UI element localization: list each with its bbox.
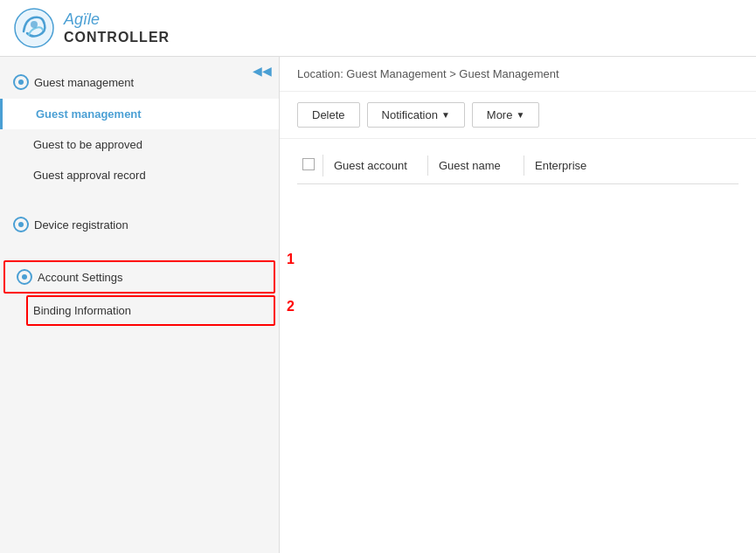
notification-arrow-icon: ▼	[441, 110, 450, 120]
notification-button[interactable]: Notification ▼	[367, 102, 465, 128]
delete-button[interactable]: Delete	[297, 102, 360, 128]
logo-agile-text: Agïle	[64, 10, 170, 30]
annotation-1: 1	[287, 252, 295, 267]
annotation-2: 2	[287, 299, 295, 315]
sidebar-item-guest-to-be-approved[interactable]: Guest to be approved	[0, 129, 279, 160]
more-button[interactable]: More ▼	[472, 102, 540, 128]
table-area: Guest account Guest name Enterprise	[280, 139, 756, 193]
sidebar-group-account-settings[interactable]: Account Settings	[3, 260, 275, 294]
main-content: Location: Guest Management > Guest Manag…	[280, 57, 756, 553]
svg-point-1	[31, 21, 38, 28]
logo-controller-text: CONTROLLER	[64, 29, 170, 45]
sidebar-section-device: Device registration	[0, 199, 279, 250]
toolbar: Delete Notification ▼ More ▼	[280, 92, 756, 139]
header: Agïle CONTROLLER	[0, 0, 756, 57]
sidebar-item-guest-approval-record[interactable]: Guest approval record	[0, 160, 279, 190]
sidebar-item-binding-information[interactable]: Binding Information	[26, 295, 275, 326]
main-layout: ◀◀ Guest management Guest management Gue…	[0, 57, 756, 553]
logo-icon	[13, 7, 55, 49]
account-settings-icon	[17, 269, 32, 285]
sidebar: ◀◀ Guest management Guest management Gue…	[0, 57, 280, 553]
th-enterprise: Enterprise	[524, 156, 629, 176]
sidebar-section-account: Account Settings 1 Binding Information 2	[0, 250, 279, 336]
device-registration-label: Device registration	[34, 218, 128, 232]
sidebar-item-guest-management[interactable]: Guest management	[0, 99, 279, 129]
sidebar-group-guest-management[interactable]: Guest management	[0, 66, 279, 99]
logo-text: Agïle CONTROLLER	[64, 10, 170, 46]
guest-management-label: Guest management	[34, 76, 134, 89]
guest-management-icon	[13, 74, 29, 90]
logo-area: Agïle CONTROLLER	[13, 7, 170, 49]
more-arrow-icon: ▼	[516, 110, 524, 120]
sidebar-collapse-button[interactable]: ◀◀	[253, 64, 272, 78]
th-guest-account: Guest account	[323, 156, 428, 176]
device-registration-icon	[13, 217, 29, 232]
table-header: Guest account Guest name Enterprise	[297, 148, 739, 184]
sidebar-section-guest: Guest management Guest management Guest …	[0, 57, 279, 199]
th-checkbox	[297, 155, 323, 176]
select-all-checkbox[interactable]	[302, 158, 315, 170]
breadcrumb: Location: Guest Management > Guest Manag…	[280, 57, 756, 92]
account-settings-label: Account Settings	[38, 271, 123, 284]
th-guest-name: Guest name	[428, 156, 524, 176]
sidebar-group-device-registration[interactable]: Device registration	[0, 208, 279, 241]
